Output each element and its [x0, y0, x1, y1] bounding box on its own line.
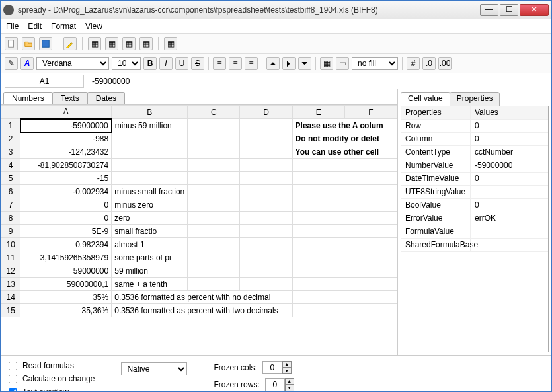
cell[interactable]: 0.3536 formatted as percent with two dec…	[112, 304, 292, 317]
fill-select[interactable]: no fill	[352, 57, 398, 70]
cell[interactable]	[292, 291, 397, 304]
cell[interactable]	[112, 159, 188, 172]
cell[interactable]	[240, 132, 292, 145]
property-row[interactable]: UTF8StringValue	[401, 186, 548, 199]
property-row[interactable]: ContentTypecctNumber	[401, 146, 548, 159]
cell[interactable]: 0	[20, 198, 112, 212]
underline-icon[interactable]: U	[175, 57, 188, 70]
cell[interactable]	[112, 145, 188, 159]
menu-view[interactable]: View	[85, 22, 102, 31]
decimal-dec-icon[interactable]: .00	[438, 57, 452, 70]
cell[interactable]: some parts of pi	[112, 251, 188, 264]
sheet-copy-icon[interactable]: ▦	[122, 37, 136, 50]
row-header[interactable]: 13	[1, 278, 20, 291]
cell[interactable]: 35%	[20, 291, 112, 304]
row-header[interactable]: 4	[1, 159, 20, 172]
cell[interactable]	[292, 159, 397, 172]
row-header[interactable]: 8	[1, 212, 20, 225]
cell[interactable]: 0	[20, 212, 112, 225]
row-header[interactable]: 10	[1, 238, 20, 251]
menu-edit[interactable]: Edit	[28, 22, 42, 31]
font-color-icon[interactable]: A	[20, 57, 34, 70]
cell[interactable]: minus zero	[112, 198, 188, 212]
row-header[interactable]: 12	[1, 264, 20, 278]
cell[interactable]	[292, 264, 397, 278]
align-center-icon[interactable]: ≡	[229, 57, 242, 70]
cell[interactable]: 59 million	[112, 264, 188, 278]
cell[interactable]	[188, 159, 240, 172]
calc-on-change-checkbox[interactable]: Calculate on change	[9, 374, 95, 383]
formula-bar[interactable]: -59000000	[88, 77, 547, 86]
font-name-select[interactable]: Verdana	[36, 57, 109, 70]
cell[interactable]: zero	[112, 212, 188, 225]
align-left-icon[interactable]: ≡	[213, 57, 226, 70]
cell[interactable]	[112, 132, 188, 145]
cell[interactable]: Please use the A colum	[292, 119, 397, 132]
cell[interactable]	[240, 119, 292, 132]
cell[interactable]: You can use other cell	[292, 145, 397, 159]
tab-texts[interactable]: Texts	[52, 92, 88, 104]
row-header[interactable]: 9	[1, 225, 20, 238]
cell[interactable]	[112, 172, 188, 185]
col-header-F[interactable]: F	[344, 106, 397, 119]
cell[interactable]	[292, 212, 397, 225]
col-header-A[interactable]: A	[20, 106, 112, 119]
border-icon[interactable]: ▦	[320, 57, 333, 70]
cell[interactable]: -0,002934	[20, 185, 112, 198]
cell[interactable]: same + a tenth	[112, 278, 188, 291]
cell[interactable]	[240, 172, 292, 185]
cell[interactable]	[188, 264, 240, 278]
cell[interactable]: 5E-9	[20, 225, 112, 238]
edit-icon[interactable]	[63, 37, 77, 50]
cell[interactable]	[188, 132, 240, 145]
open-file-icon[interactable]	[22, 37, 35, 50]
row-header[interactable]: 2	[1, 132, 20, 145]
cell[interactable]: 0,982394	[20, 238, 112, 251]
valign-bottom-icon[interactable]: ⏷	[298, 57, 311, 70]
property-row[interactable]: NumberValue-59000000	[401, 159, 548, 173]
row-header[interactable]: 5	[1, 172, 20, 185]
cell[interactable]: -81,9028508730274	[20, 159, 112, 172]
cell[interactable]	[292, 278, 397, 291]
row-header[interactable]: 11	[1, 251, 20, 264]
row-header[interactable]: 6	[1, 185, 20, 198]
property-row[interactable]: ErrorValueerrOK	[401, 212, 548, 225]
mode-select[interactable]: Native	[121, 362, 187, 375]
text-overflow-checkbox[interactable]: Text overflow	[9, 387, 95, 392]
italic-icon[interactable]: I	[159, 57, 173, 70]
col-header-E[interactable]: E	[292, 106, 344, 119]
row-header[interactable]: 14	[1, 291, 20, 304]
property-row[interactable]: Row0	[401, 120, 548, 133]
cell[interactable]	[292, 185, 397, 198]
row-header[interactable]: 15	[1, 304, 20, 317]
cell[interactable]: 3,14159265358979	[20, 251, 112, 264]
cell[interactable]	[188, 278, 240, 291]
brush-icon[interactable]: ✎	[5, 57, 18, 70]
cell[interactable]: minus 59 million	[112, 119, 188, 132]
cell[interactable]	[292, 238, 397, 251]
sheet-del-icon[interactable]: ▦	[105, 37, 118, 50]
cell[interactable]	[240, 212, 292, 225]
close-button[interactable]: ✕	[520, 4, 549, 16]
cell[interactable]: -59000000	[20, 119, 112, 132]
property-row[interactable]: Column0	[401, 133, 548, 146]
property-row[interactable]: DateTimeValue0	[401, 173, 548, 186]
cell[interactable]	[240, 238, 292, 251]
cell[interactable]: Do not modify or delet	[292, 132, 397, 145]
cell[interactable]	[188, 185, 240, 198]
cell[interactable]	[188, 238, 240, 251]
read-formulas-checkbox[interactable]: Read formulas	[9, 361, 95, 370]
minimize-button[interactable]: —	[480, 4, 498, 16]
cell[interactable]: 0.3536 formatted as percent with no deci…	[112, 291, 292, 304]
bold-icon[interactable]: B	[143, 57, 157, 70]
cell[interactable]	[240, 185, 292, 198]
tab-numbers[interactable]: Numbers	[3, 92, 53, 104]
refresh-icon[interactable]: ▦	[164, 37, 177, 50]
cell[interactable]: -124,23432	[20, 145, 112, 159]
sheet-add-icon[interactable]: ▦	[88, 37, 101, 50]
cell[interactable]: small fractio	[112, 225, 188, 238]
row-header[interactable]: 1	[1, 119, 20, 132]
cell[interactable]	[240, 278, 292, 291]
cell[interactable]	[188, 212, 240, 225]
strike-icon[interactable]: S	[191, 57, 204, 70]
